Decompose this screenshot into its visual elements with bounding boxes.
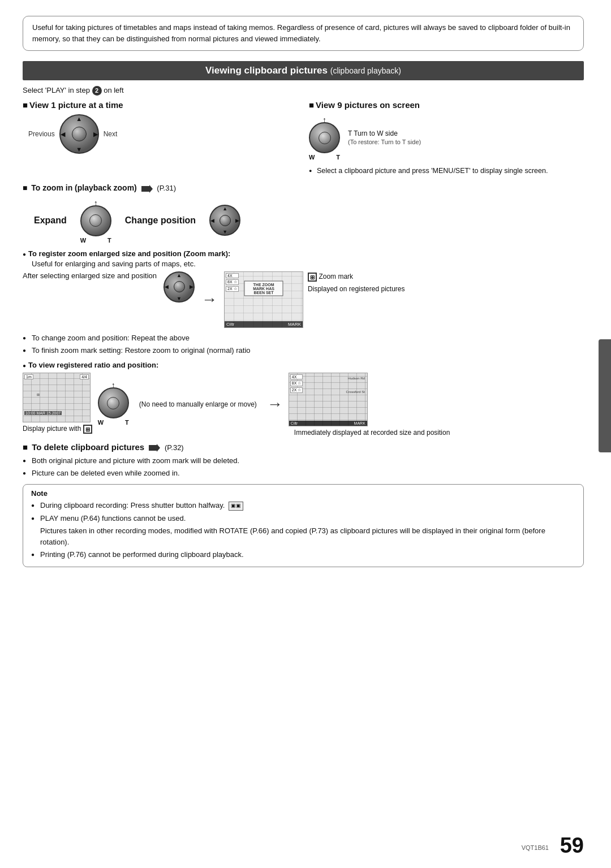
view-registered-section: To view registered ratio and position: 1…: [23, 361, 584, 437]
to-delete-title: To delete clipboard pictures (P.32): [23, 442, 584, 452]
view9-title: View 9 pictures on screen: [309, 100, 584, 110]
view9-bullets: Select a clipboard picture and press 'ME…: [309, 165, 584, 176]
section-subtitle: (clipboard playback): [330, 66, 401, 75]
note3: Pictures taken in other recording modes,…: [31, 525, 575, 547]
dpad-arrow-left: ◀: [61, 131, 65, 138]
step-number: 2: [92, 86, 102, 96]
dial-controller: [309, 122, 340, 153]
view9-bullet1: Select a clipboard picture and press 'ME…: [309, 165, 584, 176]
zoom-mark-icon: ⊞: [308, 273, 317, 282]
delete-arrow-icon: [149, 444, 160, 452]
svg-marker-1: [149, 444, 160, 452]
change-dpad-left: ◀: [210, 218, 214, 223]
view-dial: [98, 387, 129, 418]
dpad-arrow-up: ▲: [76, 115, 82, 122]
zoom-section: To zoom in (playback zoom) (P.31) Expand…: [23, 183, 584, 244]
turn-to-w-text: T Turn to W side: [348, 129, 421, 137]
note-label: Note: [31, 489, 575, 498]
zoom-mark-desc: ⊞ Zoom mark Displayed on registered pict…: [308, 271, 405, 294]
svg-marker-0: [141, 185, 153, 193]
next-label: Next: [104, 130, 118, 138]
useful-note: Useful for enlarging and saving parts of…: [32, 260, 584, 268]
to-register-section: To register zoom enlarged size and posit…: [23, 249, 584, 356]
dpad-arrow-down: ▼: [76, 146, 82, 153]
view-dial-center: [107, 397, 119, 409]
dpad-wrap: Previous ▲ ▼ ◀ ▶ Next: [28, 114, 298, 154]
change-zoom-bullet: To change zoom and position: Repeat the …: [23, 332, 584, 344]
view9-dial-wrap: ↑ W T T Turn to W side (To restore: Turn…: [309, 114, 584, 161]
previous-label: Previous: [28, 130, 55, 138]
section-header: Viewing clipboard pictures (clipboard pl…: [23, 61, 584, 80]
change-dpad: ▲ ▼ ◀ ▶: [209, 205, 240, 236]
note-box: Note During clipboard recording: Press s…: [23, 484, 584, 567]
vqt-code: VQT1B61: [522, 844, 549, 851]
to-restore-text: (To restore: Turn to T side): [348, 139, 421, 145]
change-dpad-right: ▶: [235, 218, 239, 223]
change-dpad-center: [220, 215, 231, 226]
view9-col: View 9 pictures on screen ↑ W T T Turn t…: [309, 100, 584, 178]
select-step: Select 'PLAY' in step 2 on left: [23, 86, 584, 96]
dial-center: [319, 132, 331, 144]
map-bar: Ciltr MARK: [225, 321, 303, 327]
map2-timestamp: 10:00 MAR 15.2007: [24, 411, 62, 415]
t-label: T: [336, 154, 340, 161]
note1: During clipboard recording: Press shutte…: [31, 500, 575, 511]
display-picture-label: Display picture with ⊞: [23, 425, 92, 434]
map-text: THE ZOOM MARK HAS BEEN SET: [244, 281, 283, 296]
register-dpad-center: [174, 281, 185, 292]
change-position-label: Change position: [125, 215, 196, 226]
view-arrow: →: [267, 395, 283, 413]
section-title: Viewing clipboard pictures: [205, 65, 328, 76]
delete-bullet1: Both original picture and picture with z…: [23, 455, 584, 467]
shutter-icon: ▣▣: [229, 502, 243, 511]
map2-bar: Ciltr MARK: [289, 421, 367, 426]
expand-w-label: W: [80, 237, 86, 244]
expand-change-row: Expand ↑ W T Change position ▲ ▼ ◀ ▶: [34, 197, 584, 244]
to-delete-section: To delete clipboard pictures (P.32) Both…: [23, 442, 584, 479]
note2: PLAY menu (P.64) functions cannot be use…: [31, 513, 575, 524]
note4: Printing (P.76) cannot be performed duri…: [31, 549, 575, 560]
intro-box: Useful for taking pictures of timetables…: [23, 16, 584, 51]
dpad-center: [72, 127, 87, 141]
after-selecting-label: After selecting enlarged size and positi…: [23, 271, 157, 282]
map-zoom-labels: 4X 8X ☆ 2X ☆: [226, 273, 239, 292]
expand-t-label: T: [107, 237, 111, 244]
view-w-label: W: [98, 419, 104, 426]
delete-bullet2: Picture can be deleted even while zoomed…: [23, 468, 584, 479]
expand-dial-center: [89, 214, 102, 227]
view-registered-row: 1m 4/4 10:00 MAR 15.2007 ⊞ Display pictu…: [23, 373, 584, 437]
dpad-controller: ▲ ▼ ◀ ▶: [59, 114, 99, 154]
display-zoom-icon: ⊞: [83, 425, 92, 434]
register-dpad: ▲ ▼ ◀ ▶: [163, 271, 195, 303]
view1-title: View 1 picture at a time: [23, 100, 298, 110]
map2-corner: 1m: [24, 374, 33, 379]
intro-text: Useful for taking pictures of timetables…: [32, 23, 570, 43]
view-t-label: T: [125, 419, 129, 426]
immediately-label: Immediately displayed at recorded size a…: [294, 429, 450, 437]
finish-zoom-bullet: To finish zoom mark setting: Restore zoo…: [23, 345, 584, 356]
view-registered-title: To view registered ratio and position:: [23, 361, 584, 369]
w-label: W: [309, 154, 315, 161]
sidebar-tab: [599, 339, 611, 452]
change-dpad-down: ▼: [222, 229, 227, 235]
expand-label: Expand: [34, 215, 67, 226]
two-col-view: View 1 picture at a time Previous ▲ ▼ ◀ …: [23, 100, 584, 178]
to-register-title: To register zoom enlarged size and posit…: [23, 249, 584, 258]
view1-col: View 1 picture at a time Previous ▲ ▼ ◀ …: [23, 100, 298, 178]
page-number: 59: [560, 834, 584, 858]
dpad-arrow-right: ▶: [93, 131, 98, 138]
arrow-icon: [141, 185, 153, 193]
no-need-label: (No need to manually enlarge or move): [139, 400, 257, 408]
view-registered-map2: 4X 8X ☆ 2X ☆ Hudson Rd Crossford St Cilt…: [289, 373, 368, 426]
expand-dial: [80, 205, 111, 236]
zoom-title: To zoom in (playback zoom) (P.31): [23, 183, 584, 193]
zoom-mark-map: 4X 8X ☆ 2X ☆ THE ZOOM MARK HAS BEEN SET …: [224, 271, 303, 328]
view-registered-map1: 1m 4/4 10:00 MAR 15.2007 ⊞: [23, 373, 91, 422]
change-dpad-up: ▲: [222, 206, 227, 211]
zoom-mark-arrow: →: [201, 291, 217, 309]
